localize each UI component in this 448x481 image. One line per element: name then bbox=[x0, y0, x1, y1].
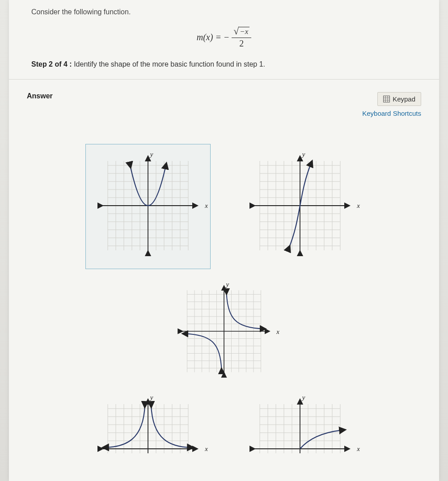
equation-denominator: 2 bbox=[239, 38, 244, 48]
step-text: Identify the shape of the more basic fun… bbox=[74, 60, 265, 68]
answer-label: Answer bbox=[27, 92, 53, 100]
axis-label-x: x bbox=[205, 445, 208, 453]
keypad-icon bbox=[383, 96, 390, 102]
plot-recip-squared bbox=[94, 395, 202, 453]
svg-rect-0 bbox=[384, 96, 390, 102]
axis-label-x: x bbox=[357, 445, 360, 453]
question-block: Consider the following function. m(x) = … bbox=[9, 0, 439, 79]
axis-label-y: y bbox=[150, 395, 153, 401]
question-prompt: Consider the following function. bbox=[31, 8, 417, 16]
choice-cubic[interactable]: y x bbox=[237, 144, 363, 269]
plot-parabola bbox=[94, 152, 202, 259]
equation-negative: − bbox=[224, 32, 229, 42]
step-number: Step 2 of 4 : bbox=[31, 60, 72, 68]
axis-label-y: y bbox=[302, 395, 305, 401]
equation-lhs: m(x) = bbox=[197, 32, 221, 42]
choice-parabola[interactable]: y x bbox=[85, 144, 211, 269]
equation-fraction: √ −x 2 bbox=[232, 27, 251, 48]
axis-label-x: x bbox=[357, 202, 360, 210]
choice-recip-squared[interactable]: y x bbox=[85, 395, 211, 453]
keypad-button-label: Keypad bbox=[393, 95, 415, 103]
axis-label-y: y bbox=[226, 281, 229, 288]
equation-sqrt: √ −x bbox=[233, 27, 249, 37]
answer-block: Answer Keypad Keyboard Shortcuts bbox=[9, 80, 439, 453]
keypad-button[interactable]: Keypad bbox=[377, 92, 421, 106]
plot-sqrt bbox=[246, 395, 354, 453]
plot-reciprocal bbox=[175, 282, 273, 380]
choice-grid: y x bbox=[27, 144, 421, 453]
plot-cubic bbox=[246, 152, 354, 259]
axis-label-x: x bbox=[205, 202, 208, 210]
function-equation: m(x) = − √ −x 2 bbox=[31, 27, 417, 48]
axis-label-x: x bbox=[276, 328, 279, 336]
choice-sqrt[interactable]: y x bbox=[237, 395, 363, 453]
step-instruction: Step 2 of 4 : Identify the shape of the … bbox=[31, 60, 417, 68]
axis-label-y: y bbox=[150, 151, 153, 158]
tools-container: Keypad Keyboard Shortcuts bbox=[362, 92, 421, 117]
choice-reciprocal[interactable]: y x bbox=[168, 276, 280, 388]
page-container: Consider the following function. m(x) = … bbox=[9, 0, 439, 481]
axis-label-y: y bbox=[302, 151, 305, 158]
keyboard-shortcuts-link[interactable]: Keyboard Shortcuts bbox=[362, 110, 421, 117]
